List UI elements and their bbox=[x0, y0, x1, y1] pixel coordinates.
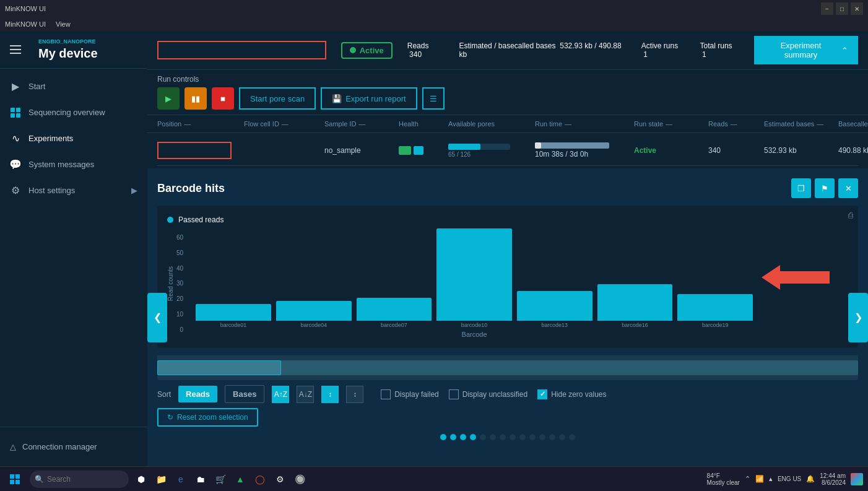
close-chart-button[interactable]: ✕ bbox=[838, 178, 858, 198]
col-position-label: Position bbox=[157, 120, 181, 128]
pagination-dot-12[interactable] bbox=[559, 434, 565, 440]
taskbar-icon-folder[interactable]: 🖿 bbox=[193, 472, 208, 487]
system-tray-chevron[interactable]: ⌃ bbox=[745, 475, 750, 483]
active-badge[interactable]: Active bbox=[341, 42, 393, 59]
bar-label-barcode01: barcode01 bbox=[220, 322, 247, 328]
expand-button[interactable]: ❐ bbox=[791, 178, 811, 198]
menu-minknow[interactable]: MinKNOW UI bbox=[5, 20, 46, 28]
sort-az-asc-button[interactable]: A↑Z bbox=[272, 386, 289, 403]
pagination-dot-4[interactable] bbox=[480, 434, 486, 440]
col-header-basecalled[interactable]: Basecalled bases — bbox=[838, 120, 868, 128]
stop-button[interactable]: ■ bbox=[212, 87, 234, 110]
sort-num-asc-button[interactable]: ↕ bbox=[321, 386, 339, 403]
play-button[interactable]: ▶ bbox=[157, 87, 180, 110]
hide-zero-checkbox[interactable]: ✓ bbox=[537, 389, 547, 399]
bar-barcode01[interactable] bbox=[196, 304, 271, 321]
sidebar-item-sequencing[interactable]: Sequencing overview bbox=[0, 100, 147, 126]
bar-barcode07[interactable] bbox=[357, 298, 432, 321]
notification-icon[interactable]: 🔔 bbox=[806, 475, 815, 483]
bar-label-barcode10: barcode10 bbox=[461, 322, 488, 328]
y-tick-10: 10 bbox=[176, 311, 183, 318]
sidebar-item-start[interactable]: ▶ Start bbox=[0, 74, 147, 100]
language-info: ENG US bbox=[778, 475, 801, 483]
sort-icon-run-time: — bbox=[565, 120, 571, 128]
pagination-dot-9[interactable] bbox=[529, 434, 536, 440]
start-pore-scan-button[interactable]: Start pore scan bbox=[239, 87, 316, 110]
taskbar-icon-store[interactable]: 🛒 bbox=[213, 472, 228, 487]
taskbar-icon-edge[interactable]: e bbox=[173, 472, 188, 487]
filter-button[interactable]: ☰ bbox=[422, 87, 445, 110]
col-header-sample-id[interactable]: Sample ID — bbox=[324, 120, 399, 128]
col-header-position[interactable]: Position — bbox=[157, 120, 244, 128]
pagination-dot-11[interactable] bbox=[549, 434, 555, 440]
col-header-reads[interactable]: Reads — bbox=[708, 120, 764, 128]
col-header-run-time[interactable]: Run time — bbox=[535, 120, 634, 128]
time: 12:44 am bbox=[820, 472, 846, 479]
pagination-dot-10[interactable] bbox=[539, 434, 545, 440]
display-unclassified-checkbox[interactable] bbox=[449, 389, 459, 399]
col-header-est-bases[interactable]: Estimated bases — bbox=[764, 120, 838, 128]
sort-az-desc-button[interactable]: A↓Z bbox=[297, 386, 314, 403]
pagination-dot-8[interactable] bbox=[519, 434, 526, 440]
bar-barcode16[interactable] bbox=[597, 284, 673, 321]
experiment-search-input[interactable] bbox=[157, 41, 326, 59]
pagination-dot-1[interactable] bbox=[450, 434, 456, 440]
minimap-thumb[interactable] bbox=[157, 360, 281, 375]
pagination-dot-3[interactable] bbox=[470, 434, 476, 440]
pagination-dot-13[interactable] bbox=[569, 434, 575, 440]
start-pore-scan-label: Start pore scan bbox=[250, 94, 305, 103]
legend-label: Passed reads bbox=[178, 215, 224, 224]
windows-start-button[interactable] bbox=[5, 469, 25, 489]
bar-barcode04[interactable] bbox=[276, 301, 352, 321]
pause-button[interactable]: ▮▮ bbox=[184, 87, 207, 110]
filter-icon: ☰ bbox=[430, 94, 437, 103]
next-chart-button[interactable]: ❯ bbox=[848, 293, 868, 342]
bar-barcode19[interactable] bbox=[677, 294, 753, 321]
hamburger-button[interactable] bbox=[10, 41, 27, 58]
menu-view[interactable]: View bbox=[56, 20, 71, 28]
color-icon[interactable] bbox=[851, 473, 863, 485]
taskbar-left: 🔍 ⬢ 📁 e 🖿 🛒 ▲ ◯ ⚙ 🔘 bbox=[5, 469, 307, 489]
reads-sort-button[interactable]: Reads bbox=[178, 386, 217, 402]
sidebar-item-experiments[interactable]: ∿ Experiments bbox=[0, 126, 147, 152]
hide-zero-filter[interactable]: ✓ Hide zero values bbox=[537, 389, 606, 399]
sort-num-desc-button[interactable]: ↕ bbox=[346, 386, 363, 403]
taskbar-icon-gaming[interactable]: ▲ bbox=[233, 472, 248, 487]
col-header-run-state[interactable]: Run state — bbox=[634, 120, 708, 128]
minimize-button[interactable]: − bbox=[821, 2, 833, 15]
col-header-flow-cell[interactable]: Flow cell ID — bbox=[244, 120, 324, 128]
pagination-dot-2[interactable] bbox=[460, 434, 466, 440]
pagination-dot-7[interactable] bbox=[510, 434, 516, 440]
sidebar-item-messages[interactable]: 💬 System messages bbox=[0, 152, 147, 178]
pagination-dot-0[interactable] bbox=[440, 434, 446, 440]
taskbar-icon-widgets[interactable]: ⬢ bbox=[134, 472, 149, 487]
maximize-button[interactable]: □ bbox=[836, 2, 848, 15]
temperature: 84°F bbox=[707, 472, 720, 479]
reset-zoom-button[interactable]: ↻ Reset zoom selection bbox=[157, 408, 258, 427]
pin-button[interactable]: ⚑ bbox=[815, 178, 835, 198]
sidebar-item-host[interactable]: ⚙ Host settings ▶ bbox=[0, 178, 147, 204]
bar-barcode13[interactable] bbox=[517, 291, 592, 321]
taskbar-icon-ubuntu[interactable]: ◯ bbox=[253, 472, 267, 487]
export-run-report-button[interactable]: 💾 Export run report bbox=[321, 87, 417, 110]
display-unclassified-filter[interactable]: Display unclassified bbox=[449, 389, 527, 399]
display-failed-filter[interactable]: Display failed bbox=[381, 389, 438, 399]
experiment-summary-button[interactable]: Experiment summary ⌃ bbox=[754, 36, 858, 64]
pagination-dot-5[interactable] bbox=[490, 434, 496, 440]
taskbar-icon-settings[interactable]: ⚙ bbox=[272, 472, 287, 487]
pores-text: 65 / 126 bbox=[448, 151, 535, 158]
taskbar-icon-app1[interactable]: 🔘 bbox=[292, 472, 307, 487]
app-title: MinKNOW UI bbox=[5, 5, 46, 12]
bar-barcode10[interactable] bbox=[436, 228, 512, 321]
close-button[interactable]: ✕ bbox=[851, 2, 863, 15]
display-failed-checkbox[interactable] bbox=[381, 389, 391, 399]
position-input[interactable] bbox=[157, 142, 232, 159]
connection-manager-item[interactable]: △ Connection manager bbox=[10, 437, 137, 456]
taskbar-search-input[interactable] bbox=[30, 471, 129, 488]
taskbar-icon-explorer[interactable]: 📁 bbox=[154, 472, 168, 487]
pagination-dot-6[interactable] bbox=[500, 434, 506, 440]
chart-minimap[interactable] bbox=[157, 355, 858, 380]
prev-chart-button[interactable]: ❮ bbox=[147, 293, 167, 342]
bases-sort-button[interactable]: Bases bbox=[225, 385, 264, 403]
copy-chart-button[interactable]: ⎙ bbox=[848, 211, 853, 220]
